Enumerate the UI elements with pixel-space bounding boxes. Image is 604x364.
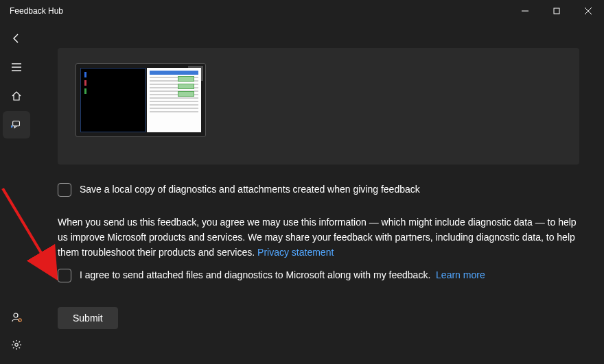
attachment-thumbnail[interactable]: ✕ [76, 63, 206, 137]
sidebar-item-home[interactable] [3, 82, 30, 110]
maximize-icon [553, 8, 560, 14]
window-controls [509, 0, 604, 22]
feedback-icon [11, 119, 22, 130]
sidebar [0, 22, 33, 364]
save-copy-row: Save a local copy of diagnostics and att… [58, 182, 579, 197]
home-icon [11, 90, 22, 101]
minimize-icon [522, 8, 528, 14]
close-icon [585, 8, 592, 14]
sidebar-item-feedback[interactable] [3, 111, 30, 138]
maximize-button[interactable] [541, 0, 572, 22]
agree-row: I agree to send attached files and diagn… [58, 268, 579, 282]
learn-more-link[interactable]: Learn more [436, 269, 485, 280]
settings-icon [11, 339, 22, 350]
disclosure-text: When you send us this feedback, you agre… [58, 215, 579, 260]
content: ✕ Save a local copy of diagnostics and a… [33, 22, 604, 329]
agree-label-wrap: I agree to send attached files and diagn… [80, 268, 485, 282]
agree-checkbox[interactable] [58, 269, 71, 282]
svg-rect-7 [13, 121, 20, 126]
agree-label: I agree to send attached files and diagn… [80, 269, 430, 280]
menu-button[interactable] [3, 53, 30, 81]
minimize-button[interactable] [509, 0, 541, 22]
attachments-panel: ✕ [58, 48, 579, 165]
back-button[interactable] [3, 25, 30, 52]
save-copy-checkbox[interactable] [58, 183, 71, 197]
app-title: Feedback Hub [10, 6, 63, 16]
save-copy-label: Save a local copy of diagnostics and att… [80, 182, 420, 196]
profile-icon [11, 312, 22, 323]
sidebar-item-settings[interactable] [3, 331, 30, 359]
svg-rect-1 [554, 8, 559, 14]
submit-label: Submit [73, 313, 103, 324]
svg-point-11 [14, 313, 18, 317]
thumbnail-preview [80, 68, 201, 132]
submit-button[interactable]: Submit [58, 307, 118, 329]
titlebar: Feedback Hub [0, 0, 604, 22]
back-icon [11, 33, 22, 44]
menu-icon [11, 62, 22, 73]
close-button[interactable] [572, 0, 604, 22]
svg-point-13 [15, 343, 18, 346]
privacy-statement-link[interactable]: Privacy statement [257, 247, 334, 258]
sidebar-item-profile[interactable] [3, 304, 30, 331]
